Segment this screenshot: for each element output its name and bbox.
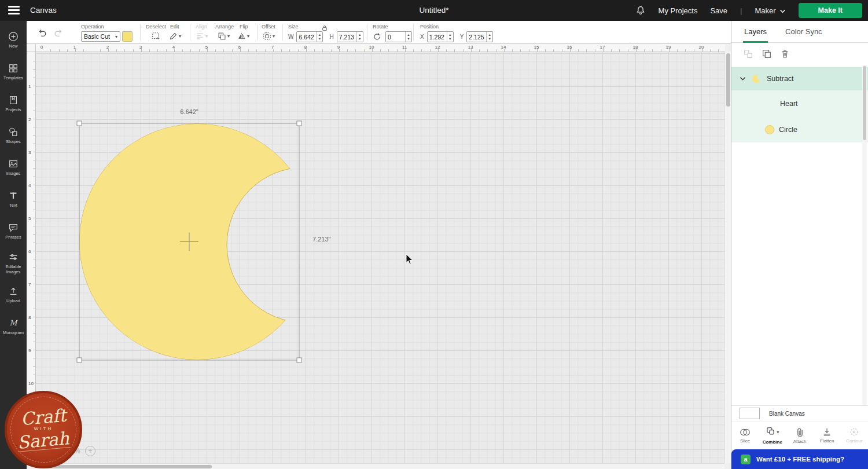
contour-button[interactable]: Contour xyxy=(841,422,868,449)
make-it-button[interactable]: Make It xyxy=(799,3,862,18)
tab-layers[interactable]: Layers xyxy=(743,21,768,43)
undo-icon[interactable] xyxy=(37,27,47,38)
topbar-divider: | xyxy=(740,6,742,15)
operation-dropdown[interactable]: Basic Cut▾ xyxy=(81,31,120,42)
vertical-scrollbar-thumb[interactable] xyxy=(726,53,730,107)
handle-bottom-right[interactable] xyxy=(297,358,301,362)
layer-actions-row xyxy=(731,43,868,65)
tab-color-sync[interactable]: Color Sync xyxy=(784,21,823,43)
images-icon xyxy=(8,159,19,169)
ungroup-icon[interactable] xyxy=(743,49,753,59)
position-y-stepper[interactable]: ▲▼ xyxy=(486,32,492,42)
sidebar-item-new[interactable]: New xyxy=(0,24,27,56)
position-y-input[interactable] xyxy=(467,32,486,42)
canvas-artboard[interactable]: 6.642" 7.213" xyxy=(36,52,725,463)
flip-icon[interactable]: ▾ xyxy=(237,32,249,41)
sidebar-item-images[interactable]: Images xyxy=(0,152,27,184)
panel-tabs: Layers Color Sync xyxy=(731,21,868,43)
sidebar-item-monogram[interactable]: M Monogram xyxy=(0,311,27,343)
panel-scrollbar-thumb[interactable] xyxy=(863,66,866,140)
redo-icon[interactable] xyxy=(53,27,64,38)
position-x-stepper[interactable]: ▲▼ xyxy=(447,32,453,42)
flatten-button[interactable]: Flatten xyxy=(814,422,841,449)
upload-icon xyxy=(8,286,19,296)
offset-label: Offset xyxy=(262,24,275,30)
save-link[interactable]: Save xyxy=(710,6,727,15)
layer-name-subtract: Subtract xyxy=(767,75,794,83)
my-projects-link[interactable]: My Projects xyxy=(659,6,698,15)
deselect-icon[interactable] xyxy=(152,32,161,41)
arrange-label: Arrange xyxy=(215,24,234,30)
canvas-horizontal-scrollbar[interactable] xyxy=(36,463,724,469)
operation-color-swatch[interactable] xyxy=(122,31,133,42)
phrases-icon xyxy=(8,222,19,233)
blank-canvas-swatch[interactable] xyxy=(740,408,760,419)
subtract-layer-thumbnail xyxy=(752,74,762,84)
duplicate-icon[interactable] xyxy=(762,49,772,59)
rotate-input[interactable] xyxy=(386,32,405,42)
panel-scrollbar[interactable] xyxy=(862,65,867,405)
arrange-icon[interactable]: ▾ xyxy=(218,32,230,41)
subtract-shape[interactable] xyxy=(79,124,382,360)
layer-row-heart[interactable]: Heart xyxy=(731,90,868,116)
notifications-bell-icon[interactable] xyxy=(635,5,646,16)
height-stepper[interactable]: ▲▼ xyxy=(356,32,363,42)
width-input[interactable] xyxy=(297,32,316,42)
combine-button[interactable]: ▾ Combine xyxy=(759,422,786,449)
combine-dropdown-caret-icon[interactable]: ▾ xyxy=(777,430,779,435)
attach-button[interactable]: Attach xyxy=(786,422,813,449)
layer-row-circle[interactable]: Circle xyxy=(731,116,868,142)
handle-top-left[interactable] xyxy=(77,121,82,126)
promo-banner[interactable]: a Want £10 + FREE shipping? xyxy=(731,449,868,469)
position-x-input[interactable] xyxy=(428,32,447,42)
handle-top-right[interactable] xyxy=(297,121,301,126)
text-icon xyxy=(8,190,19,201)
flip-label: Flip xyxy=(240,24,248,30)
collapse-chevron-icon[interactable] xyxy=(740,76,746,81)
position-label: Position xyxy=(420,24,439,30)
layer-tools-bar: Slice ▾ Combine Attach Flatten xyxy=(731,421,868,449)
editable-images-icon xyxy=(8,252,19,262)
rotate-stepper[interactable]: ▲▼ xyxy=(405,32,411,42)
horizontal-ruler-numbers: 01234567891011121314151617181920 xyxy=(36,44,725,52)
attach-icon xyxy=(796,427,804,437)
delete-trash-icon[interactable] xyxy=(780,49,790,59)
layer-row-subtract[interactable]: Subtract xyxy=(731,67,868,90)
width-stepper[interactable]: ▲▼ xyxy=(316,32,322,42)
align-icon[interactable]: ▾ xyxy=(196,32,208,41)
rotate-icon[interactable] xyxy=(373,32,381,41)
edit-label: Edit xyxy=(170,24,179,30)
offset-icon[interactable]: ▾ xyxy=(263,32,275,41)
sidebar-item-phrases[interactable]: Phrases xyxy=(0,215,27,247)
zoom-in-icon[interactable]: + xyxy=(85,446,95,456)
slice-button[interactable]: Slice xyxy=(731,422,759,449)
sidebar-item-upload[interactable]: Upload xyxy=(0,279,27,311)
templates-icon xyxy=(8,63,19,74)
horizontal-scrollbar-thumb[interactable] xyxy=(44,465,212,468)
sidebar-item-shapes[interactable]: Shapes xyxy=(0,120,27,152)
blank-canvas-row[interactable]: Blank Canvas xyxy=(731,405,868,421)
dropdown-caret-icon: ▾ xyxy=(115,34,117,39)
height-input[interactable] xyxy=(337,32,356,42)
canvas-area: 01234567891011121314151617181920 1234567… xyxy=(27,44,731,469)
projects-icon xyxy=(8,95,19,105)
height-field: ▲▼ xyxy=(337,31,363,42)
top-bar: Canvas Untitled* My Projects Save | Make… xyxy=(0,0,868,21)
x-axis-label: X xyxy=(420,34,424,40)
y-axis-label: Y xyxy=(460,34,464,40)
promo-logo-icon: a xyxy=(741,455,751,464)
operation-label: Operation xyxy=(81,24,104,30)
sidebar-item-text[interactable]: Text xyxy=(0,184,27,215)
edit-pencil-icon[interactable]: ▾ xyxy=(169,32,181,41)
handle-bottom-left[interactable] xyxy=(77,358,82,362)
promo-text: Want £10 + FREE shipping? xyxy=(756,456,844,463)
sidebar-item-projects[interactable]: Projects xyxy=(0,88,27,120)
canvas-vertical-scrollbar[interactable] xyxy=(724,52,731,463)
sidebar-item-templates[interactable]: Templates xyxy=(0,56,27,88)
sidebar-item-editable-images[interactable]: Editable Images xyxy=(0,247,27,279)
ruler-corner xyxy=(27,44,36,52)
width-field: ▲▼ xyxy=(296,31,323,42)
combine-icon xyxy=(766,426,775,438)
position-x-field: ▲▼ xyxy=(427,31,454,42)
machine-selector[interactable]: Maker xyxy=(755,5,785,16)
